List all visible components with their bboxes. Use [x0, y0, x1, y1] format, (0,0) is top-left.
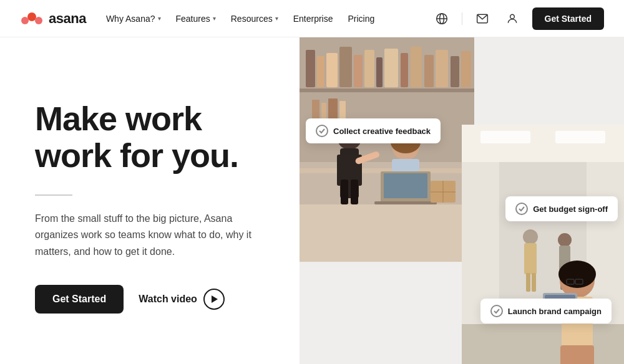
asana-logo-icon	[20, 12, 44, 26]
svg-rect-11	[317, 56, 324, 87]
svg-point-7	[510, 14, 514, 19]
navbar-left: asana Why Asana? ▾ Features ▾ Resources …	[20, 11, 374, 27]
svg-point-0	[27, 12, 36, 21]
office-scene-svg	[300, 37, 474, 262]
svg-rect-56	[526, 273, 530, 292]
svg-rect-21	[436, 50, 448, 87]
svg-rect-18	[401, 53, 408, 87]
hero-section: Make work work for you. From the small s…	[0, 37, 624, 364]
svg-rect-72	[560, 345, 594, 364]
svg-rect-47	[300, 204, 474, 262]
hero-description: From the small stuff to the big picture,…	[35, 211, 270, 260]
hero-title: Make work work for you.	[35, 100, 270, 175]
chevron-icon-features: ▾	[213, 15, 216, 22]
nav-link-features[interactable]: Features ▾	[176, 14, 216, 24]
hero-right: Collect creative feedback Get budget sig…	[300, 37, 624, 364]
check-icon-2	[515, 203, 528, 215]
globe-button[interactable]	[432, 9, 452, 29]
svg-rect-51	[555, 131, 605, 143]
svg-rect-35	[351, 180, 358, 204]
svg-point-1	[21, 17, 29, 24]
logo-text: asana	[49, 11, 86, 27]
hero-divider	[35, 194, 72, 196]
svg-rect-17	[384, 49, 398, 87]
hero-actions: Get Started Watch video	[35, 285, 270, 314]
user-icon	[506, 12, 519, 25]
navbar-right: Get Started	[432, 7, 604, 30]
mail-button[interactable]	[472, 9, 492, 29]
nav-get-started-button[interactable]: Get Started	[532, 7, 604, 30]
nav-divider	[462, 12, 462, 25]
nav-link-pricing[interactable]: Pricing	[348, 14, 374, 24]
globe-icon	[436, 12, 448, 25]
nav-links: Why Asana? ▾ Features ▾ Resources ▾ Ente…	[106, 14, 374, 24]
svg-point-58	[558, 233, 572, 247]
mail-icon	[476, 12, 489, 25]
hero-get-started-button[interactable]: Get Started	[35, 285, 124, 314]
svg-rect-34	[341, 180, 348, 204]
hero-image-left	[300, 37, 474, 262]
svg-rect-42	[384, 173, 427, 198]
check-icon-1	[316, 125, 328, 137]
svg-rect-19	[411, 47, 422, 87]
svg-rect-24	[300, 89, 474, 92]
badge-collect-feedback: Collect creative feedback	[306, 118, 441, 143]
svg-rect-10	[306, 50, 315, 87]
nav-link-resources[interactable]: Resources ▾	[231, 14, 278, 24]
corridor-scene-svg	[462, 125, 624, 364]
hero-left: Make work work for you. From the small s…	[0, 37, 300, 364]
svg-rect-23	[461, 51, 471, 87]
svg-rect-16	[376, 57, 383, 87]
svg-rect-14	[354, 55, 363, 87]
svg-rect-12	[326, 53, 338, 87]
svg-point-54	[523, 229, 538, 244]
badge-launch-campaign: Launch brand campaign	[480, 299, 612, 323]
svg-rect-13	[339, 47, 352, 87]
svg-rect-20	[424, 55, 434, 87]
nav-link-enterprise[interactable]: Enterprise	[293, 14, 333, 24]
svg-rect-53	[462, 324, 624, 364]
svg-point-2	[35, 17, 42, 24]
chevron-icon-why: ▾	[158, 15, 161, 22]
svg-rect-50	[480, 131, 530, 143]
svg-rect-15	[364, 50, 374, 87]
hero-watch-video-button[interactable]: Watch video	[139, 289, 225, 310]
svg-rect-55	[524, 243, 537, 274]
hero-image-right	[462, 125, 624, 364]
nav-link-why-asana[interactable]: Why Asana? ▾	[106, 14, 161, 24]
svg-rect-43	[374, 201, 437, 204]
check-icon-3	[490, 305, 503, 317]
logo[interactable]: asana	[20, 11, 86, 27]
svg-rect-57	[532, 273, 536, 292]
chevron-icon-resources: ▾	[275, 15, 278, 22]
navbar: asana Why Asana? ▾ Features ▾ Resources …	[0, 0, 624, 37]
svg-rect-22	[451, 56, 459, 87]
user-button[interactable]	[502, 9, 522, 29]
play-icon	[203, 289, 225, 310]
badge-budget-sign-off: Get budget sign-off	[505, 196, 618, 221]
